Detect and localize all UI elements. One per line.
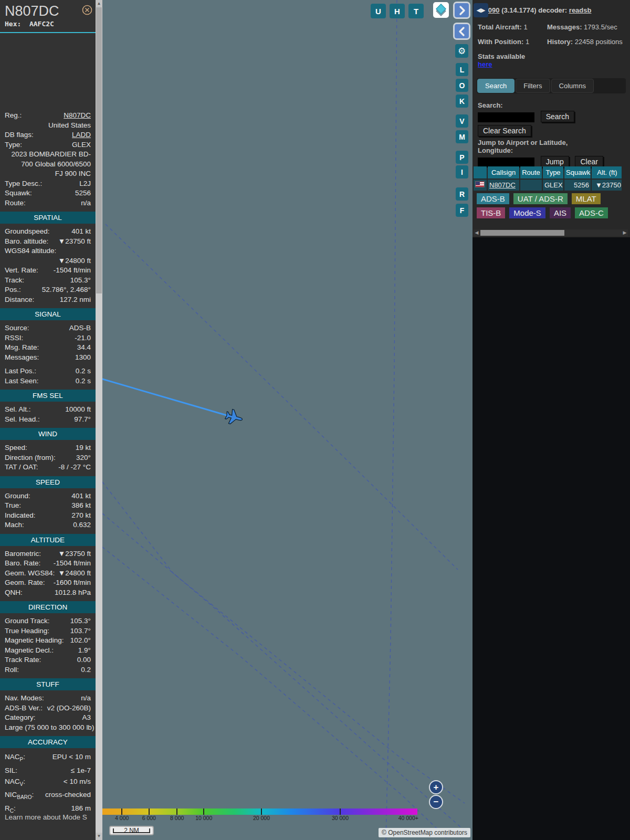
field-label: Msg. Rate: bbox=[5, 343, 39, 353]
jump-button[interactable]: Jump bbox=[541, 156, 569, 167]
scroll-left-icon[interactable]: ◀ bbox=[474, 229, 480, 236]
data-row: Type:GLEX bbox=[0, 140, 96, 150]
legend-chip-modes[interactable]: Mode-S bbox=[509, 207, 545, 218]
column-header-callsign[interactable]: Callsign bbox=[488, 166, 519, 178]
callsign-link[interactable]: N807DC bbox=[489, 181, 516, 189]
cell bbox=[520, 180, 542, 191]
field-label: Reg.: bbox=[5, 111, 22, 121]
decoder-link[interactable]: readsb bbox=[569, 6, 592, 14]
table-row[interactable]: N807DCGLEX5256▼23750 bbox=[474, 180, 622, 191]
stats-here-link[interactable]: here bbox=[478, 60, 492, 68]
scroll-up-icon[interactable]: ▲ bbox=[96, 0, 102, 7]
column-header-altft[interactable]: Alt. (ft) bbox=[592, 166, 622, 178]
field-label: Mach: bbox=[5, 520, 24, 530]
field-value-link[interactable]: LADD bbox=[37, 130, 91, 140]
field-label: Large (75 000 to 300 000 lb) bbox=[5, 723, 94, 731]
expand-panel-button[interactable] bbox=[455, 3, 469, 17]
column-header-flag[interactable] bbox=[474, 166, 487, 178]
map-button-f[interactable]: F bbox=[456, 204, 468, 217]
map-button-m[interactable]: M bbox=[456, 130, 468, 143]
tab-search[interactable]: Search bbox=[477, 79, 514, 93]
map-attribution[interactable]: © OpenStreetMap contributors bbox=[379, 828, 470, 837]
column-header-route[interactable]: Route bbox=[520, 166, 542, 178]
field-label: TAT / OAT: bbox=[5, 463, 38, 472]
data-row: Source:ADS-B bbox=[0, 323, 96, 333]
data-row: United States bbox=[0, 121, 96, 131]
field-label: Geom. WGS84: bbox=[5, 569, 55, 579]
field-label: Baro. altitude: bbox=[5, 237, 48, 247]
aircraft-icon[interactable] bbox=[224, 408, 244, 426]
map-button-l[interactable]: L bbox=[456, 63, 468, 76]
scroll-right-icon[interactable]: ▶ bbox=[622, 229, 628, 236]
zoom-in-button[interactable]: + bbox=[429, 780, 443, 794]
sidebar-scrollbar[interactable]: ▲ ▼ bbox=[96, 0, 102, 840]
legend-chip-adsc[interactable]: ADS-C bbox=[575, 207, 608, 218]
jump-clear-button[interactable]: Clear bbox=[575, 156, 603, 167]
search-input[interactable] bbox=[478, 112, 534, 122]
data-row: ▼24800 ft bbox=[0, 256, 96, 266]
field-value: 186 m bbox=[19, 803, 91, 814]
legend-chip-ais[interactable]: AIS bbox=[550, 207, 571, 218]
field-label: Track Rate: bbox=[5, 655, 41, 665]
map-button-u[interactable]: U bbox=[371, 4, 386, 18]
legend-chip-adsb[interactable]: ADS-B bbox=[477, 193, 509, 204]
field-value-link[interactable]: N807DC bbox=[25, 111, 91, 121]
cell: GLEX bbox=[543, 180, 563, 191]
legend-chip-uatadsr[interactable]: UAT / ADS-R bbox=[513, 193, 568, 204]
field-value: -1600 ft/min bbox=[48, 578, 91, 588]
field-value: < 10 m/s bbox=[28, 776, 91, 787]
tab-columns[interactable]: Columns bbox=[551, 79, 594, 93]
hscrollbar-thumb[interactable] bbox=[480, 230, 564, 236]
field-value: 320° bbox=[59, 453, 91, 463]
field-label: Vert. Rate: bbox=[5, 266, 38, 276]
layers-icon[interactable] bbox=[433, 2, 449, 18]
map-button-r[interactable]: R bbox=[456, 187, 468, 201]
data-row: Direction (from):320° bbox=[0, 453, 96, 463]
field-label: Baro. Rate: bbox=[5, 559, 40, 569]
data-row: Vert. Rate:-1504 ft/min bbox=[0, 266, 96, 276]
legend-chip-mlat[interactable]: MLAT bbox=[572, 193, 601, 204]
search-button[interactable]: Search bbox=[541, 111, 574, 122]
field-value: cross-checked bbox=[37, 789, 91, 800]
field-value: 19 kt bbox=[30, 443, 91, 453]
data-row: Indicated:270 kt bbox=[0, 511, 96, 521]
scale-label: 2 NM bbox=[110, 827, 153, 834]
close-icon[interactable] bbox=[82, 5, 92, 15]
map-button-t[interactable]: T bbox=[408, 4, 424, 18]
field-value: L2J bbox=[45, 179, 91, 189]
scrollbar-thumb[interactable] bbox=[96, 7, 102, 293]
field-value: 270 kt bbox=[39, 511, 91, 521]
map-button-o[interactable]: O bbox=[456, 79, 468, 92]
settings-gear-icon[interactable]: ⚙ bbox=[455, 44, 468, 58]
field-value: 105.3° bbox=[27, 276, 91, 286]
field-value: 10000 ft bbox=[34, 405, 91, 415]
map-button-i[interactable]: I bbox=[456, 165, 468, 178]
data-row: RSSI:-21.0 bbox=[0, 333, 96, 343]
data-row: Track Rate:0.00 bbox=[0, 655, 96, 665]
column-header-type[interactable]: Type bbox=[543, 166, 563, 178]
field-label: Speed: bbox=[5, 443, 27, 453]
clear-search-button[interactable]: Clear Search bbox=[478, 125, 531, 136]
section-header: SPATIAL bbox=[0, 212, 96, 224]
map-canvas[interactable]: UHT ⚙ LOKVMPIRF 4 0006 0008 00010 00020 … bbox=[102, 0, 472, 840]
altitude-tick bbox=[176, 808, 177, 815]
mode-s-learn-more-link[interactable]: Learn more about Mode S bbox=[5, 813, 87, 821]
tab-filters[interactable]: Filters bbox=[516, 79, 550, 93]
map-button-v[interactable]: V bbox=[456, 114, 468, 128]
legend-chip-tisb[interactable]: TIS-B bbox=[477, 207, 505, 218]
column-header-squawk[interactable]: Squawk bbox=[564, 166, 591, 178]
data-row: 2023 BOMBARDIER BD-700 Global 6000/6500 bbox=[0, 150, 96, 169]
table-horizontal-scrollbar[interactable]: ◀ ▶ bbox=[474, 229, 628, 236]
field-label: NACP: bbox=[5, 751, 25, 765]
data-row: Reg.:N807DC bbox=[0, 111, 96, 121]
map-button-p[interactable]: P bbox=[456, 151, 468, 164]
section-header: WIND bbox=[0, 428, 96, 440]
altitude-tick bbox=[121, 808, 122, 815]
panel-width-toggle-button[interactable]: ◀▶ bbox=[474, 3, 488, 17]
collapse-panel-button[interactable] bbox=[455, 24, 469, 38]
zoom-out-button[interactable]: − bbox=[429, 795, 443, 809]
field-value: 103.7° bbox=[52, 626, 91, 636]
scroll-down-icon[interactable]: ▼ bbox=[96, 833, 102, 840]
map-button-h[interactable]: H bbox=[390, 4, 405, 18]
map-button-k[interactable]: K bbox=[456, 94, 468, 108]
